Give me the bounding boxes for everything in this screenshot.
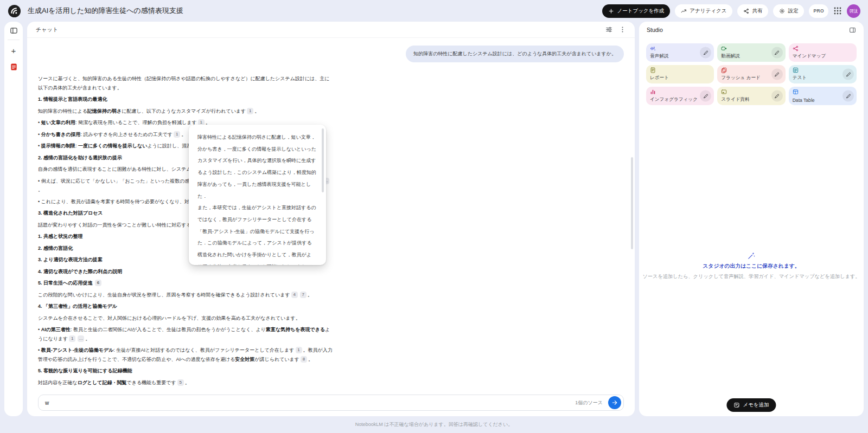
main-layout: + チャット 知的障害の特性に配慮したシステム設計には、どのような具体的工夫が含… — [0, 22, 868, 416]
studio-card-icon — [650, 46, 656, 51]
citation-chip[interactable]: 1 — [247, 108, 253, 114]
citation-chip[interactable]: 5 — [177, 379, 184, 386]
chat-input[interactable] — [45, 400, 575, 406]
settings-button[interactable]: 設定 — [773, 4, 804, 18]
answer-paragraph: 5. 日常生活への応用促進 6 — [38, 279, 334, 288]
send-button[interactable] — [608, 396, 621, 409]
chat-input-row: 1個のソース — [38, 395, 624, 411]
pencil-icon — [703, 50, 709, 55]
chat-tab-label: チャット — [36, 26, 599, 34]
studio-empty-title: スタジオの出力はここに保存されます。 — [639, 263, 864, 270]
add-source-button[interactable]: + — [11, 47, 16, 55]
studio-card-icon — [721, 89, 727, 95]
chat-scrollbar[interactable] — [631, 157, 633, 249]
answer-paragraph: • 教員-アシスト-生徒の協働モデル: 生徒が直接AIと対話するのではなく、教員… — [38, 346, 334, 364]
studio-card-label: インフォグラフィック — [650, 96, 698, 103]
user-message-bubble: 知的障害の特性に配慮したシステム設計には、どのような具体的工夫が含まれていますか… — [406, 46, 624, 62]
pencil-icon — [703, 93, 709, 99]
citation-chip[interactable]: 7 — [300, 292, 307, 298]
create-notebook-button[interactable]: ノートブックを作成 — [602, 4, 670, 18]
share-icon — [743, 8, 749, 14]
edit-pencil-button[interactable] — [700, 47, 711, 59]
studio-card-label: スライド資料 — [721, 96, 749, 103]
panel-toggle-icon[interactable] — [10, 27, 18, 35]
footer-disclaimer: NotebookLM は不正確な場合があります。回答は再確認してください。 — [355, 421, 513, 428]
studio-card[interactable]: テスト — [789, 65, 857, 83]
studio-card[interactable]: レポート — [646, 65, 714, 83]
studio-card[interactable]: Data Table — [789, 87, 857, 105]
pdf-source-icon[interactable] — [10, 63, 18, 71]
edit-pencil-button[interactable] — [771, 47, 783, 59]
citation-chip[interactable]: … — [78, 335, 84, 342]
tune-icon[interactable] — [605, 26, 612, 33]
studio-title: Studio — [647, 27, 843, 33]
studio-card-label: マインドマップ — [793, 53, 826, 60]
edit-pencil-button[interactable] — [700, 91, 711, 102]
edit-pencil-button[interactable] — [843, 69, 854, 80]
studio-card[interactable]: マインドマップ — [789, 43, 857, 62]
source-count: 1個のソース — [575, 399, 603, 406]
answer-paragraph: 1. 情報提示と言語表現の最適化 — [38, 95, 334, 104]
pencil-icon — [774, 50, 780, 55]
answer-paragraph: 対話内容を正確なログとして記録・閲覧できる機能も重要です5。 — [38, 378, 334, 387]
analytics-button[interactable]: アナリティクス — [675, 4, 732, 18]
chat-header: チャット — [27, 22, 635, 38]
studio-card[interactable]: 音声解説 — [646, 43, 714, 62]
citation-chip[interactable]: 1 — [296, 347, 302, 353]
pencil-icon — [846, 93, 851, 99]
studio-card[interactable]: インフォグラフィック — [646, 87, 714, 105]
answer-paragraph: 4. 「第三者性」の活用と協働モデル — [38, 302, 334, 311]
studio-card-icon — [721, 46, 727, 51]
edit-pencil-button[interactable] — [771, 69, 783, 80]
top-bar: 生成AIを活用した知的障害生徒への感情表現支援 ノートブックを作成 アナリティク… — [0, 0, 868, 22]
more-vert-icon[interactable] — [619, 26, 626, 33]
notebooklm-logo[interactable] — [8, 4, 21, 18]
divider — [8, 40, 20, 40]
topbar-actions: ノートブックを作成 アナリティクス 共有 設定 PRO 啓汰 — [602, 4, 860, 18]
sources-rail: + — [4, 22, 23, 416]
share-button[interactable]: 共有 — [737, 4, 768, 18]
gear-icon — [779, 8, 785, 14]
apps-grid-icon[interactable] — [833, 7, 842, 15]
pencil-icon — [846, 72, 851, 77]
studio-empty-desc: ソースを追加したら、クリックして音声解説、学習ガイド、マインドマップなどを追加し… — [639, 273, 864, 280]
studio-header: Studio — [639, 22, 864, 38]
trending-icon — [681, 8, 687, 14]
citation-chip[interactable]: 1 — [174, 131, 180, 138]
pencil-icon — [774, 93, 780, 99]
answer-paragraph: 知的障害の特性による記憶保持の弱さに配慮し、以下のようなカスタマイズが行われてい… — [38, 107, 334, 116]
studio-card[interactable]: スライド資料 — [717, 87, 785, 105]
citation-chip[interactable]: 8 — [301, 356, 307, 363]
studio-card[interactable]: 動画解説 — [717, 43, 785, 62]
chat-panel: チャット 知的障害の特性に配慮したシステム設計には、どのような具体的工夫が含まれ… — [27, 22, 635, 416]
pro-badge: PRO — [809, 4, 828, 18]
note-icon — [733, 402, 739, 408]
edit-pencil-button[interactable] — [843, 91, 854, 102]
notebook-title[interactable]: 生成AIを活用した知的障害生徒への感情表現支援 — [28, 6, 597, 16]
panel-toggle-icon[interactable] — [849, 27, 856, 34]
studio-card-icon — [721, 67, 727, 73]
studio-card-label: 動画解説 — [721, 53, 739, 60]
add-note-button[interactable]: メモを追加 — [726, 398, 776, 412]
citation-chip[interactable]: 6 — [95, 280, 101, 286]
answer-paragraph: この段階的な問いかけにより、生徒自身が状況を整理し、原因を考察する時間を確保でき… — [38, 290, 334, 300]
studio-card-label: フラッシュ カード — [721, 75, 761, 81]
studio-cards-grid: 音声解説 動画解説 マインドマップ レポート フラッシュ カード テスト インフ… — [639, 38, 864, 105]
studio-card-icon — [793, 89, 799, 95]
studio-card-icon — [650, 67, 656, 73]
studio-card-label: Data Table — [793, 98, 815, 103]
studio-card-icon — [650, 89, 656, 95]
citation-chip[interactable]: 4 — [291, 292, 298, 298]
answer-paragraph: ソースに基づくと、知的障害のある生徒の特性（記憶保持の弱さや話題の転換のしやすさ… — [38, 74, 334, 92]
magic-wand-icon — [747, 251, 756, 260]
citation-tooltip: 障害特性による記憶保持の弱さに配慮し，短い文章，分かち書き，一度に多くの情報を提… — [189, 125, 326, 265]
citation-tooltip-text: 障害特性による記憶保持の弱さに配慮し，短い文章，分かち書き，一度に多くの情報を提… — [197, 132, 316, 202]
citation-chip[interactable]: 1 — [69, 335, 75, 342]
citation-tooltip-text: また，本研究では，生徒がアシストと直接対話するのではなく，教員がファシリテーター… — [197, 202, 316, 265]
studio-card[interactable]: フラッシュ カード — [717, 65, 785, 83]
edit-pencil-button[interactable] — [771, 91, 783, 102]
tooltip-scrollbar[interactable] — [322, 128, 324, 192]
avatar[interactable]: 啓汰 — [847, 4, 860, 18]
answer-paragraph: システムを介在させることで、対人関係における心理的ハードルを下げ、支援の効果を高… — [38, 314, 334, 323]
arrow-right-icon — [611, 399, 618, 406]
